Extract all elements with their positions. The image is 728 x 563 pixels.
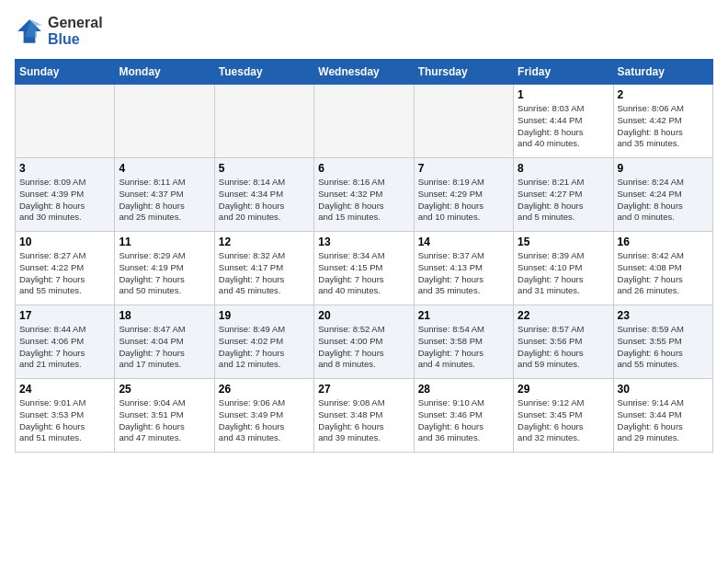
calendar-cell: 2Sunrise: 8:06 AM Sunset: 4:42 PM Daylig… bbox=[613, 85, 712, 158]
calendar-cell: 5Sunrise: 8:14 AM Sunset: 4:34 PM Daylig… bbox=[214, 158, 313, 232]
day-info: Sunrise: 8:47 AM Sunset: 4:04 PM Dayligh… bbox=[119, 324, 210, 371]
day-number: 11 bbox=[119, 236, 210, 248]
day-number: 13 bbox=[318, 236, 409, 248]
calendar-cell: 13Sunrise: 8:34 AM Sunset: 4:15 PM Dayli… bbox=[314, 232, 414, 305]
calendar-cell: 28Sunrise: 9:10 AM Sunset: 3:46 PM Dayli… bbox=[414, 379, 513, 453]
day-number: 30 bbox=[618, 383, 709, 396]
page-header: General Blue bbox=[15, 15, 713, 48]
calendar-cell: 19Sunrise: 8:49 AM Sunset: 4:02 PM Dayli… bbox=[214, 305, 313, 379]
day-number: 18 bbox=[119, 309, 210, 322]
calendar-cell: 12Sunrise: 8:32 AM Sunset: 4:17 PM Dayli… bbox=[214, 232, 313, 305]
day-info: Sunrise: 9:06 AM Sunset: 3:49 PM Dayligh… bbox=[219, 397, 310, 444]
day-info: Sunrise: 8:37 AM Sunset: 4:13 PM Dayligh… bbox=[418, 250, 509, 297]
day-number: 2 bbox=[618, 88, 709, 101]
calendar-cell: 25Sunrise: 9:04 AM Sunset: 3:51 PM Dayli… bbox=[115, 379, 214, 453]
day-number: 26 bbox=[219, 383, 310, 396]
day-number: 1 bbox=[518, 88, 609, 101]
day-number: 4 bbox=[119, 162, 210, 175]
calendar-cell: 1Sunrise: 8:03 AM Sunset: 4:44 PM Daylig… bbox=[514, 85, 613, 158]
day-info: Sunrise: 8:03 AM Sunset: 4:44 PM Dayligh… bbox=[518, 103, 609, 150]
day-number: 15 bbox=[518, 236, 609, 248]
calendar-cell: 27Sunrise: 9:08 AM Sunset: 3:48 PM Dayli… bbox=[314, 379, 414, 453]
calendar-cell: 6Sunrise: 8:16 AM Sunset: 4:32 PM Daylig… bbox=[314, 158, 414, 232]
calendar-cell: 10Sunrise: 8:27 AM Sunset: 4:22 PM Dayli… bbox=[16, 232, 115, 305]
calendar-cell: 7Sunrise: 8:19 AM Sunset: 4:29 PM Daylig… bbox=[414, 158, 513, 232]
calendar-cell: 4Sunrise: 8:11 AM Sunset: 4:37 PM Daylig… bbox=[115, 158, 214, 232]
day-info: Sunrise: 8:14 AM Sunset: 4:34 PM Dayligh… bbox=[219, 177, 310, 224]
day-info: Sunrise: 9:10 AM Sunset: 3:46 PM Dayligh… bbox=[418, 397, 509, 444]
calendar-week-3: 10Sunrise: 8:27 AM Sunset: 4:22 PM Dayli… bbox=[16, 232, 713, 305]
calendar-week-2: 3Sunrise: 8:09 AM Sunset: 4:39 PM Daylig… bbox=[16, 158, 713, 232]
calendar-cell: 24Sunrise: 9:01 AM Sunset: 3:53 PM Dayli… bbox=[16, 379, 115, 453]
day-number: 17 bbox=[19, 309, 110, 322]
calendar-cell: 29Sunrise: 9:12 AM Sunset: 3:45 PM Dayli… bbox=[514, 379, 613, 453]
calendar-cell bbox=[414, 85, 513, 158]
day-info: Sunrise: 8:57 AM Sunset: 3:56 PM Dayligh… bbox=[518, 324, 609, 371]
day-number: 29 bbox=[518, 383, 609, 396]
day-info: Sunrise: 9:14 AM Sunset: 3:44 PM Dayligh… bbox=[618, 397, 709, 444]
calendar-cell bbox=[16, 85, 115, 158]
calendar-cell: 9Sunrise: 8:24 AM Sunset: 4:24 PM Daylig… bbox=[613, 158, 712, 232]
calendar-cell: 3Sunrise: 8:09 AM Sunset: 4:39 PM Daylig… bbox=[16, 158, 115, 232]
calendar-cell: 15Sunrise: 8:39 AM Sunset: 4:10 PM Dayli… bbox=[514, 232, 613, 305]
day-info: Sunrise: 8:54 AM Sunset: 3:58 PM Dayligh… bbox=[418, 324, 509, 371]
calendar-cell: 17Sunrise: 8:44 AM Sunset: 4:06 PM Dayli… bbox=[16, 305, 115, 379]
day-number: 6 bbox=[318, 162, 409, 175]
calendar-cell: 14Sunrise: 8:37 AM Sunset: 4:13 PM Dayli… bbox=[414, 232, 513, 305]
day-info: Sunrise: 8:34 AM Sunset: 4:15 PM Dayligh… bbox=[318, 250, 409, 297]
calendar-cell: 16Sunrise: 8:42 AM Sunset: 4:08 PM Dayli… bbox=[613, 232, 712, 305]
day-number: 22 bbox=[518, 309, 609, 322]
day-info: Sunrise: 9:01 AM Sunset: 3:53 PM Dayligh… bbox=[19, 397, 110, 444]
day-info: Sunrise: 8:16 AM Sunset: 4:32 PM Dayligh… bbox=[318, 177, 409, 224]
day-number: 21 bbox=[418, 309, 509, 322]
weekday-header-wednesday: Wednesday bbox=[314, 60, 414, 85]
day-number: 10 bbox=[19, 236, 110, 248]
day-info: Sunrise: 8:21 AM Sunset: 4:27 PM Dayligh… bbox=[518, 177, 609, 224]
day-info: Sunrise: 8:29 AM Sunset: 4:19 PM Dayligh… bbox=[119, 250, 210, 297]
day-info: Sunrise: 8:49 AM Sunset: 4:02 PM Dayligh… bbox=[219, 324, 310, 371]
logo-text: General Blue bbox=[48, 15, 103, 48]
calendar-cell: 26Sunrise: 9:06 AM Sunset: 3:49 PM Dayli… bbox=[214, 379, 313, 453]
weekday-header-row: SundayMondayTuesdayWednesdayThursdayFrid… bbox=[16, 60, 713, 85]
day-info: Sunrise: 9:04 AM Sunset: 3:51 PM Dayligh… bbox=[119, 397, 210, 444]
calendar-week-5: 24Sunrise: 9:01 AM Sunset: 3:53 PM Dayli… bbox=[16, 379, 713, 453]
weekday-header-sunday: Sunday bbox=[16, 60, 115, 85]
calendar-cell: 18Sunrise: 8:47 AM Sunset: 4:04 PM Dayli… bbox=[115, 305, 214, 379]
day-info: Sunrise: 8:44 AM Sunset: 4:06 PM Dayligh… bbox=[19, 324, 110, 371]
day-number: 19 bbox=[219, 309, 310, 322]
day-number: 7 bbox=[418, 162, 509, 175]
day-number: 14 bbox=[418, 236, 509, 248]
day-info: Sunrise: 8:19 AM Sunset: 4:29 PM Dayligh… bbox=[418, 177, 509, 224]
calendar-week-4: 17Sunrise: 8:44 AM Sunset: 4:06 PM Dayli… bbox=[16, 305, 713, 379]
day-info: Sunrise: 8:09 AM Sunset: 4:39 PM Dayligh… bbox=[19, 177, 110, 224]
calendar-cell: 30Sunrise: 9:14 AM Sunset: 3:44 PM Dayli… bbox=[613, 379, 712, 453]
day-number: 27 bbox=[318, 383, 409, 396]
weekday-header-saturday: Saturday bbox=[613, 60, 712, 85]
weekday-header-monday: Monday bbox=[115, 60, 214, 85]
day-number: 20 bbox=[318, 309, 409, 322]
calendar-cell: 20Sunrise: 8:52 AM Sunset: 4:00 PM Dayli… bbox=[314, 305, 414, 379]
day-info: Sunrise: 8:32 AM Sunset: 4:17 PM Dayligh… bbox=[219, 250, 310, 297]
day-info: Sunrise: 8:06 AM Sunset: 4:42 PM Dayligh… bbox=[618, 103, 709, 150]
day-number: 16 bbox=[618, 236, 709, 248]
weekday-header-friday: Friday bbox=[514, 60, 613, 85]
calendar-cell: 11Sunrise: 8:29 AM Sunset: 4:19 PM Dayli… bbox=[115, 232, 214, 305]
day-info: Sunrise: 8:27 AM Sunset: 4:22 PM Dayligh… bbox=[19, 250, 110, 297]
day-number: 28 bbox=[418, 383, 509, 396]
calendar-cell bbox=[214, 85, 313, 158]
calendar-cell: 8Sunrise: 8:21 AM Sunset: 4:27 PM Daylig… bbox=[514, 158, 613, 232]
calendar-cell: 22Sunrise: 8:57 AM Sunset: 3:56 PM Dayli… bbox=[514, 305, 613, 379]
day-info: Sunrise: 9:12 AM Sunset: 3:45 PM Dayligh… bbox=[518, 397, 609, 444]
weekday-header-thursday: Thursday bbox=[414, 60, 513, 85]
calendar-table: SundayMondayTuesdayWednesdayThursdayFrid… bbox=[15, 59, 713, 453]
calendar-cell: 23Sunrise: 8:59 AM Sunset: 3:55 PM Dayli… bbox=[613, 305, 712, 379]
logo-icon bbox=[15, 17, 44, 46]
calendar-cell bbox=[115, 85, 214, 158]
day-info: Sunrise: 8:11 AM Sunset: 4:37 PM Dayligh… bbox=[119, 177, 210, 224]
day-info: Sunrise: 8:52 AM Sunset: 4:00 PM Dayligh… bbox=[318, 324, 409, 371]
day-info: Sunrise: 8:24 AM Sunset: 4:24 PM Dayligh… bbox=[618, 177, 709, 224]
weekday-header-tuesday: Tuesday bbox=[214, 60, 313, 85]
calendar-week-1: 1Sunrise: 8:03 AM Sunset: 4:44 PM Daylig… bbox=[16, 85, 713, 158]
day-info: Sunrise: 9:08 AM Sunset: 3:48 PM Dayligh… bbox=[318, 397, 409, 444]
day-info: Sunrise: 8:42 AM Sunset: 4:08 PM Dayligh… bbox=[618, 250, 709, 297]
